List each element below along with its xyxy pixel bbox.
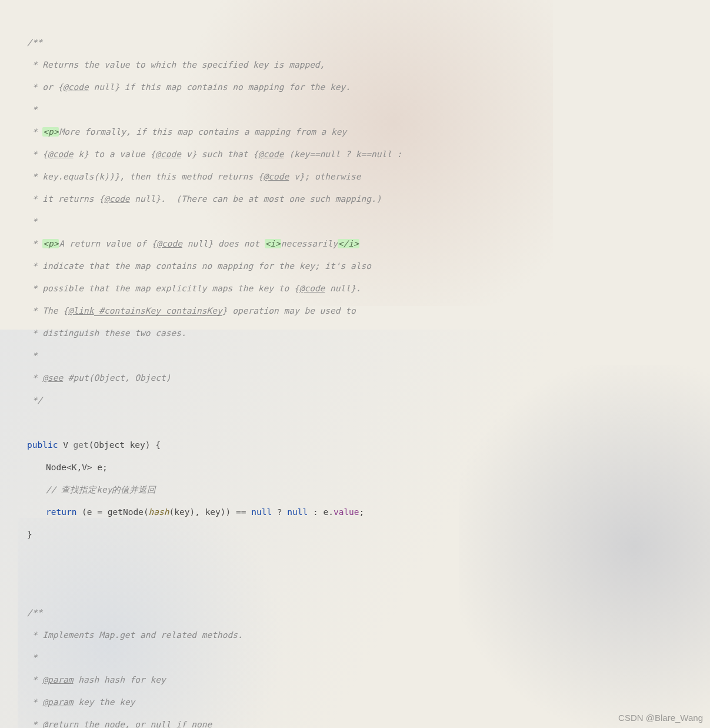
doc-comment: *: [8, 216, 710, 227]
doc-comment: /**: [8, 37, 710, 48]
doc-comment: * @param hash hash for key: [8, 674, 710, 686]
doc-comment: * distinguish these two cases.: [8, 328, 710, 339]
doc-comment: *: [8, 350, 710, 361]
doc-comment: *: [8, 104, 710, 115]
method-signature-get: public V get(Object key) {: [8, 440, 710, 451]
doc-comment: * @return the node, or null if none: [8, 719, 710, 728]
inline-comment: // 查找指定key的值并返回: [8, 484, 710, 496]
doc-comment: * <p>A return value of {@code null} does…: [8, 238, 710, 250]
doc-comment: * key.equals(k))}, then this method retu…: [8, 171, 710, 182]
doc-comment: * or {@code null} if this map contains n…: [8, 82, 710, 93]
doc-comment: * <p>More formally, if this map contains…: [8, 127, 710, 138]
doc-comment: * possible that the map explicitly maps …: [8, 283, 710, 294]
code-line: Node<K,V> e;: [8, 462, 710, 473]
doc-comment: *: [8, 652, 710, 663]
doc-comment: * @see #put(Object, Object): [8, 373, 710, 384]
doc-comment: * Returns the value to which the specifi…: [8, 59, 710, 71]
doc-comment: * Implements Map.get and related methods…: [8, 630, 710, 641]
code-block: /** * Returns the value to which the spe…: [8, 4, 710, 728]
doc-comment: /**: [8, 607, 710, 619]
doc-comment: */: [8, 395, 710, 406]
doc-comment: * {@code k} to a value {@code v} such th…: [8, 149, 710, 160]
doc-comment: * it returns {@code null}. (There can be…: [8, 194, 710, 205]
code-line: return (e = getNode(hash(key), key)) == …: [8, 507, 710, 518]
watermark-text: CSDN @Blare_Wang: [618, 712, 703, 723]
blank-line: [8, 563, 710, 574]
doc-comment: * indicate that the map contains no mapp…: [8, 261, 710, 272]
brace-close: }: [8, 529, 710, 540]
doc-comment: * @param key the key: [8, 697, 710, 708]
doc-comment: * The {@link #containsKey containsKey} o…: [8, 305, 710, 317]
